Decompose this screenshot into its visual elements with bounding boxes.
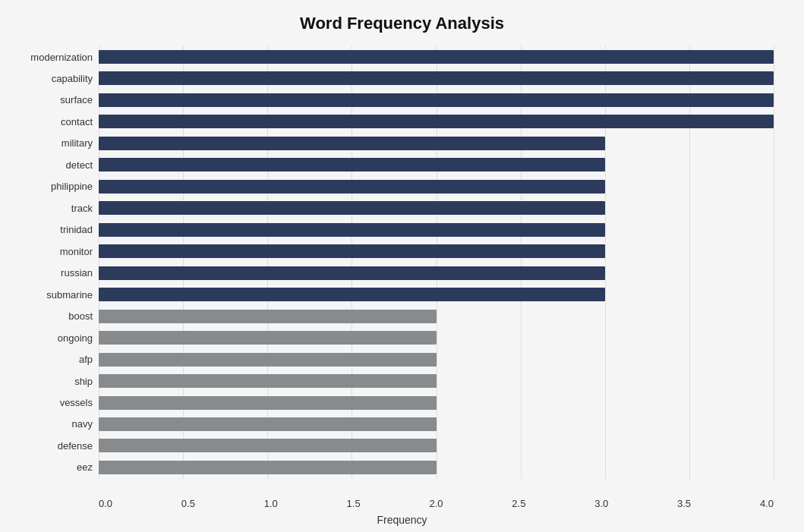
y-label-track: track	[0, 200, 99, 216]
bar-row-navy	[99, 416, 774, 433]
bar-row-surface	[99, 92, 774, 109]
chart-container: Word Frequency Analysis modernizationcap…	[0, 0, 804, 532]
bar-submarine	[99, 288, 605, 301]
bar-vessels	[99, 396, 437, 410]
bar-row-contact	[99, 113, 774, 130]
y-label-military: military	[0, 135, 99, 152]
bar-row-ongoing	[99, 329, 774, 346]
bar-row-afp	[99, 351, 774, 368]
bar-row-trinidad	[99, 222, 774, 238]
bar-row-russian	[99, 265, 774, 282]
bar-boost	[99, 310, 437, 323]
bar-detect	[99, 158, 605, 172]
bar-row-eez	[99, 459, 774, 476]
bar-row-defense	[99, 437, 774, 454]
bar-modernization	[99, 50, 774, 64]
bar-navy	[99, 417, 437, 431]
bar-ship	[99, 374, 437, 388]
x-tick-4.0: 4.0	[760, 498, 774, 509]
y-label-capability: capability	[0, 70, 99, 87]
bar-row-ship	[99, 373, 774, 389]
bar-trinidad	[99, 223, 605, 237]
x-tick-0.0: 0.0	[99, 498, 112, 509]
bar-capability	[99, 71, 774, 85]
x-tick-2.5: 2.5	[512, 498, 525, 509]
y-label-surface: surface	[0, 92, 99, 109]
bar-row-track	[99, 200, 774, 216]
x-tick-3.5: 3.5	[677, 498, 691, 509]
x-tick-2.0: 2.0	[429, 498, 443, 509]
bar-track	[99, 201, 605, 215]
bar-row-submarine	[99, 286, 774, 303]
bar-defense	[99, 439, 437, 452]
y-label-vessels: vessels	[0, 395, 99, 411]
y-label-russian: russian	[0, 265, 99, 282]
bar-row-modernization	[99, 49, 774, 65]
x-axis-title: Frequency	[0, 514, 804, 526]
bar-row-philippine	[99, 178, 774, 195]
bar-row-capability	[99, 70, 774, 87]
bar-row-vessels	[99, 395, 774, 411]
bars-wrapper	[99, 46, 774, 479]
x-tick-0.5: 0.5	[181, 498, 195, 509]
x-tick-1.0: 1.0	[264, 498, 278, 509]
y-axis-labels: modernizationcapabilitysurfacecontactmil…	[0, 46, 99, 479]
bar-eez	[99, 461, 437, 474]
bar-afp	[99, 353, 437, 367]
chart-title: Word Frequency Analysis	[0, 14, 804, 33]
bar-russian	[99, 266, 605, 280]
y-label-monitor: monitor	[0, 243, 99, 260]
y-label-modernization: modernization	[0, 49, 99, 65]
bar-contact	[99, 115, 774, 128]
chart-area	[99, 46, 774, 479]
bar-row-military	[99, 135, 774, 152]
x-axis-labels: 0.00.51.01.52.02.53.03.54.0	[99, 498, 774, 509]
y-label-navy: navy	[0, 416, 99, 433]
bar-monitor	[99, 244, 605, 258]
y-label-philippine: philippine	[0, 178, 99, 195]
bar-philippine	[99, 180, 605, 194]
bar-row-detect	[99, 156, 774, 173]
y-label-eez: eez	[0, 459, 99, 476]
y-label-contact: contact	[0, 113, 99, 130]
bar-military	[99, 137, 605, 150]
y-label-boost: boost	[0, 308, 99, 325]
y-label-detect: detect	[0, 156, 99, 173]
y-label-submarine: submarine	[0, 286, 99, 303]
bar-ongoing	[99, 331, 437, 345]
bar-surface	[99, 93, 774, 107]
y-label-ship: ship	[0, 373, 99, 389]
y-label-afp: afp	[0, 351, 99, 368]
y-label-defense: defense	[0, 437, 99, 454]
bar-row-monitor	[99, 243, 774, 260]
x-tick-3.0: 3.0	[594, 498, 608, 509]
bar-row-boost	[99, 308, 774, 325]
y-label-ongoing: ongoing	[0, 329, 99, 346]
grid-line-4.0	[774, 46, 774, 479]
x-tick-1.5: 1.5	[347, 498, 361, 509]
y-label-trinidad: trinidad	[0, 222, 99, 238]
